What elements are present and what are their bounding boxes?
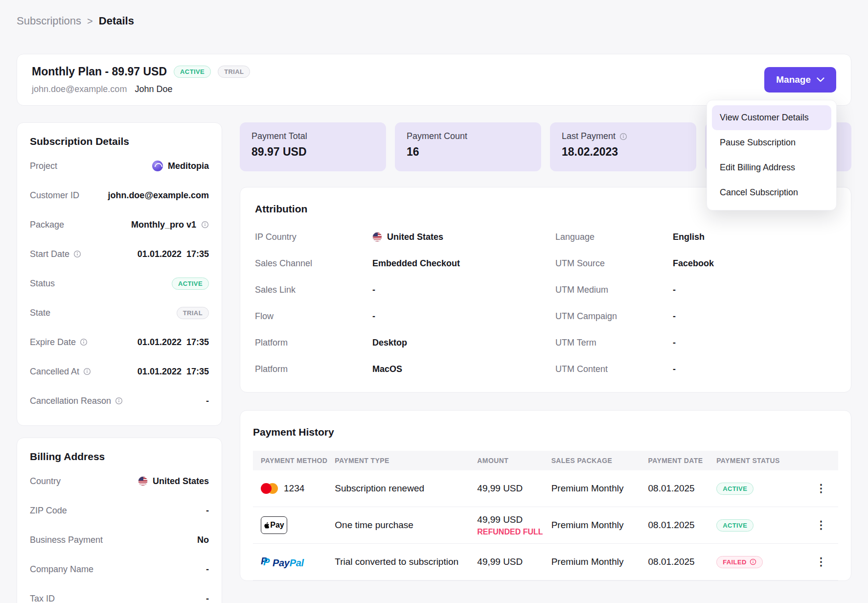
col-header-amount: AMOUNT — [477, 457, 551, 464]
attr-value: Desktop — [372, 338, 407, 348]
sales-package: Premium Monthly — [551, 483, 648, 494]
manage-dropdown-menu: View Customer Details Pause Subscription… — [707, 100, 837, 210]
attr-label: Platform — [255, 338, 372, 348]
table-header-row: PAYMENT METHOD PAYMENT TYPE AMOUNT SALES… — [253, 451, 838, 470]
status-badge: ACTIVE — [174, 66, 211, 78]
detail-value: No — [197, 535, 209, 545]
billing-row-zip: ZIP Code - — [30, 496, 209, 525]
info-icon[interactable] — [750, 558, 756, 565]
attr-label: Flow — [255, 311, 372, 322]
attr-value: Embedded Checkout — [372, 258, 460, 269]
detail-value: - — [206, 506, 209, 516]
detail-row-customer-id: Customer ID john.doe@example.com — [30, 181, 209, 210]
attribution-left-column: IP Country United States Sales Channel E… — [255, 224, 536, 382]
payment-date: 08.01.2025 — [648, 557, 717, 567]
attr-row-language: Language English — [555, 224, 836, 250]
attr-row-utm-content: UTM Content - — [555, 356, 836, 382]
plan-title: Monthly Plan - 89.97 USD — [32, 65, 167, 78]
attr-value: Facebook — [673, 258, 714, 269]
detail-value: - — [206, 564, 209, 575]
detail-label: Start Date — [30, 249, 69, 259]
col-header-payment-date: PAYMENT DATE — [648, 457, 717, 464]
kebab-menu-icon[interactable]: ⋮ — [812, 555, 830, 569]
attr-row-utm-term: UTM Term - — [555, 329, 836, 356]
attr-value: - — [673, 311, 676, 322]
detail-row-status: Status ACTIVE — [30, 269, 209, 298]
apple-pay-icon: Pay — [261, 516, 287, 534]
attr-value: MacOS — [372, 364, 402, 374]
stat-label: Payment Total — [251, 131, 374, 141]
detail-row-project: Project Meditopia — [30, 151, 209, 181]
attr-label: Language — [555, 232, 673, 242]
subscription-details-card: Subscription Details Project Meditopia C… — [17, 122, 222, 426]
payment-status-badge: ACTIVE — [716, 483, 754, 495]
attr-value: - — [673, 285, 676, 295]
billing-row-business-payment: Business Payment No — [30, 525, 209, 555]
detail-value: - — [206, 396, 209, 406]
info-icon[interactable] — [619, 133, 627, 140]
billing-row-tax-id: Tax ID - — [30, 584, 209, 603]
detail-value: 01.01.2022 17:35 — [137, 249, 209, 259]
attr-value: - — [372, 285, 375, 295]
detail-label: Country — [30, 476, 61, 487]
menu-item-edit-billing-address[interactable]: Edit Billing Address — [712, 155, 831, 180]
attribution-card: Attribution IP Country United States Sal… — [240, 187, 851, 393]
stat-value: 18.02.2023 — [562, 145, 685, 159]
menu-item-cancel-subscription[interactable]: Cancel Subscription — [712, 180, 831, 205]
chevron-down-icon — [817, 77, 824, 82]
breadcrumb-subscriptions[interactable]: Subscriptions — [17, 15, 81, 27]
detail-label: Expire Date — [30, 337, 76, 348]
stat-label: Payment Count — [407, 131, 529, 141]
customer-name: John Doe — [135, 84, 172, 94]
attr-value: English — [673, 232, 705, 242]
info-icon[interactable] — [83, 368, 91, 375]
manage-button[interactable]: Manage — [764, 67, 836, 93]
detail-label: State — [30, 308, 50, 318]
payment-type: Trial converted to subscription — [335, 557, 477, 567]
detail-value: Monthly_pro v1 — [131, 220, 196, 230]
attr-label: UTM Content — [555, 364, 673, 374]
payment-history-title: Payment History — [253, 423, 838, 442]
paypal-icon: P P PayPal — [261, 556, 304, 569]
us-flag-icon — [138, 476, 148, 486]
menu-item-pause-subscription[interactable]: Pause Subscription — [712, 130, 831, 155]
kebab-menu-icon[interactable]: ⋮ — [812, 481, 830, 496]
info-icon[interactable] — [73, 250, 81, 258]
attr-label: UTM Campaign — [555, 311, 673, 322]
detail-value: - — [206, 594, 209, 603]
detail-label: Business Payment — [30, 535, 103, 545]
breadcrumb-details: Details — [99, 15, 134, 27]
sales-package: Premium Monthly — [551, 520, 648, 531]
meditopia-project-icon — [152, 161, 163, 171]
attr-row-utm-source: UTM Source Facebook — [555, 250, 836, 277]
manage-button-label: Manage — [776, 74, 811, 85]
payment-status-badge: FAILED — [716, 556, 763, 568]
payment-type: One time purchase — [335, 520, 477, 531]
payment-amount: 49,99 USD — [477, 514, 551, 525]
menu-item-view-customer-details[interactable]: View Customer Details — [712, 105, 831, 130]
info-icon[interactable] — [115, 397, 123, 405]
refund-note: REFUNDED FULL — [477, 528, 551, 536]
attr-label: UTM Source — [555, 258, 673, 269]
detail-row-cancelled-at: Cancelled At 01.01.2022 17:35 — [30, 357, 209, 386]
attribution-right-column: Language English UTM Source Facebook UTM… — [555, 224, 836, 382]
attr-row-flow: Flow - — [255, 303, 536, 329]
payment-status-badge: ACTIVE — [716, 519, 754, 532]
paypal-mark-icon: P P — [261, 556, 271, 566]
detail-label: Customer ID — [30, 190, 79, 201]
stat-value: 16 — [407, 145, 529, 159]
billing-address-card: Billing Address Country United States ZI… — [17, 438, 222, 603]
info-icon[interactable] — [201, 221, 209, 229]
detail-value: john.doe@example.com — [108, 190, 209, 201]
kebab-menu-icon[interactable]: ⋮ — [812, 518, 830, 533]
state-badge: TRIAL — [177, 307, 209, 319]
table-row: P P PayPal Trial converted to subscripti… — [253, 544, 838, 580]
attr-value: - — [372, 311, 375, 322]
detail-row-package: Package Monthly_pro v1 — [30, 210, 209, 239]
info-icon[interactable] — [80, 338, 88, 346]
status-badge: ACTIVE — [172, 278, 209, 290]
detail-value: 01.01.2022 17:35 — [137, 337, 209, 348]
attr-label: IP Country — [255, 232, 372, 242]
attr-row-platform-os: Platform MacOS — [255, 356, 536, 382]
billing-address-title: Billing Address — [30, 448, 209, 466]
